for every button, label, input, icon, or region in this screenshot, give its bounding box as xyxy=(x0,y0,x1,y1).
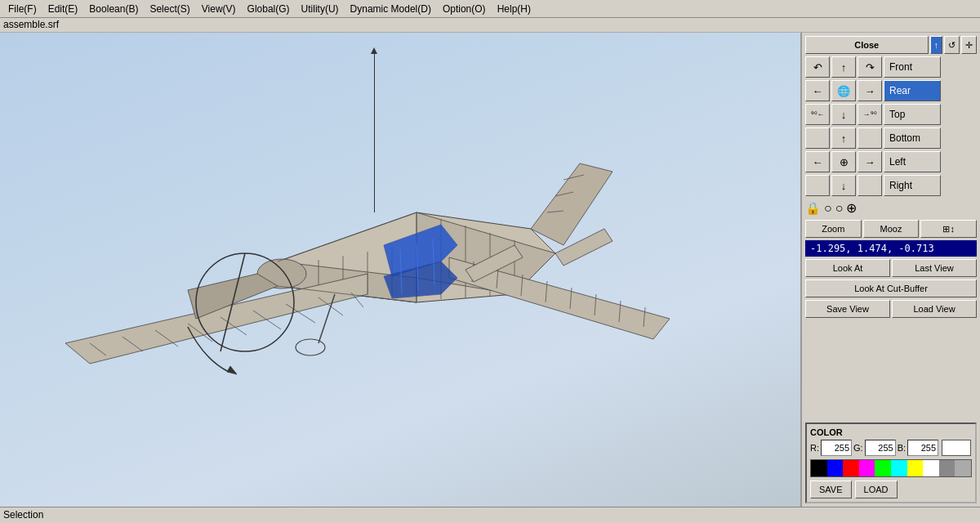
nav-90right-btn[interactable]: →⁹⁰ xyxy=(858,104,882,125)
viewport[interactable] xyxy=(0,33,800,507)
g-label: G: xyxy=(853,443,863,453)
swatch-lightgray[interactable] xyxy=(955,460,971,476)
coords-display: -1.295, 1.474, -0.713 xyxy=(805,240,977,257)
nav-row-3: ⁹⁰← ↓ →⁹⁰ Top xyxy=(805,104,977,125)
nav-down-btn[interactable]: ↓ xyxy=(831,104,856,125)
look-at-button[interactable]: Look At xyxy=(805,259,890,277)
menu-dynamic-model[interactable]: Dynamic Model(D) xyxy=(345,2,436,16)
menu-file[interactable]: File(F) xyxy=(3,2,42,16)
nav-90left-btn[interactable]: ⁹⁰← xyxy=(805,104,830,125)
rotate-button[interactable]: ↺ xyxy=(944,36,960,54)
menu-help[interactable]: Help(H) xyxy=(492,2,536,16)
up-button[interactable]: ↑ xyxy=(930,36,943,54)
swatch-red[interactable] xyxy=(843,460,859,476)
menu-bar: File(F) Edit(E) Boolean(B) Select(S) Vie… xyxy=(0,0,980,18)
rotate-ccw-btn[interactable]: ↶ xyxy=(805,56,830,78)
y-axis-arrow xyxy=(371,47,377,54)
nav-down2-btn[interactable]: ↓ xyxy=(831,175,856,196)
load-view-button[interactable]: Load View xyxy=(892,300,977,318)
swatch-yellow[interactable] xyxy=(907,460,924,476)
nav-empty2-btn[interactable] xyxy=(858,127,882,149)
look-lastview-row: Look At Last View xyxy=(805,259,977,277)
color-title: COLOR xyxy=(810,427,972,437)
circle2-icon: ○ xyxy=(835,201,844,216)
menu-option[interactable]: Option(O) xyxy=(438,2,491,16)
save-button[interactable]: SAVE xyxy=(810,481,852,498)
b-input[interactable] xyxy=(907,440,938,456)
menu-global[interactable]: Global(G) xyxy=(243,2,295,16)
right-panel: Close ↑ ↺ ✛ ↶ ↑ ↷ Front ← 🌐 → Rear ⁹⁰← ↓… xyxy=(800,33,980,507)
color-palette xyxy=(810,459,972,477)
g-input[interactable] xyxy=(865,440,896,456)
status-bar: Selection xyxy=(0,507,980,523)
nav-globe-btn[interactable]: 🌐 xyxy=(831,80,856,101)
airplane-model xyxy=(24,65,694,498)
title-bar: assemble.srf xyxy=(0,18,980,33)
nav-row-1: ↶ ↑ ↷ Front xyxy=(805,56,977,78)
circle-plus-icon: ⊕ xyxy=(846,200,857,216)
color-preview xyxy=(942,440,971,456)
svg-marker-34 xyxy=(227,366,237,374)
view-right-btn[interactable]: Right xyxy=(884,175,941,196)
b-label: B: xyxy=(898,443,906,453)
lock-row: 🔒 ○ ○ ⊕ xyxy=(805,199,977,217)
color-section: COLOR R: G: B: xyxy=(805,422,977,503)
status-text: Selection xyxy=(3,509,43,521)
last-view-button[interactable]: Last View xyxy=(892,259,977,277)
swatch-gray[interactable] xyxy=(939,460,956,476)
nav-left2-btn[interactable]: ← xyxy=(805,151,830,172)
view-rear-btn[interactable]: Rear xyxy=(884,80,941,101)
nav-up-btn[interactable]: ↑ xyxy=(831,56,856,78)
menu-utility[interactable]: Utility(U) xyxy=(296,2,344,16)
svg-point-36 xyxy=(296,339,325,355)
zoom-row: Zoom Mooz ⊞↕ xyxy=(805,220,977,238)
nav-right2-btn[interactable]: → xyxy=(858,151,882,172)
title-text: assemble.srf xyxy=(3,19,59,30)
r-input[interactable] xyxy=(821,440,852,456)
save-load-row: SAVE LOAD xyxy=(810,481,972,498)
swatch-black[interactable] xyxy=(811,460,827,476)
close-button[interactable]: Close xyxy=(805,36,929,54)
swatch-blue[interactable] xyxy=(827,460,844,476)
menu-boolean[interactable]: Boolean(B) xyxy=(84,2,143,16)
view-left-btn[interactable]: Left xyxy=(884,151,941,172)
mooz-button[interactable]: Mooz xyxy=(863,220,920,238)
view-front-btn[interactable]: Front xyxy=(884,56,941,78)
load-button[interactable]: LOAD xyxy=(855,481,898,498)
menu-edit[interactable]: Edit(E) xyxy=(43,2,83,16)
top-button-row: Close ↑ ↺ ✛ xyxy=(805,36,977,54)
nav-empty1-btn[interactable] xyxy=(805,127,830,149)
rotate-cw-btn[interactable]: ↷ xyxy=(858,56,882,78)
save-view-button[interactable]: Save View xyxy=(805,300,890,318)
view-top-btn[interactable]: Top xyxy=(884,104,941,125)
nav-row-2: ← 🌐 → Rear xyxy=(805,80,977,101)
nav-row-6: ↓ Right xyxy=(805,175,977,196)
swatch-white[interactable] xyxy=(923,460,939,476)
circle1-icon: ○ xyxy=(824,201,832,216)
nav-row-4: ↑ Bottom xyxy=(805,127,977,149)
save-load-view-row: Save View Load View xyxy=(805,300,977,318)
zoom-button[interactable]: Zoom xyxy=(805,220,862,238)
look-at-cut-buffer-button[interactable]: Look At Cut-Buffer xyxy=(805,279,977,297)
nav-row-5: ← ⊕ → Left xyxy=(805,151,977,172)
nav-crosshair-btn[interactable]: ⊕ xyxy=(831,151,856,172)
nav-empty4-btn[interactable] xyxy=(858,175,882,196)
nav-empty3-btn[interactable] xyxy=(805,175,830,196)
swatch-green[interactable] xyxy=(875,460,891,476)
r-label: R: xyxy=(810,443,819,453)
main-area: Close ↑ ↺ ✛ ↶ ↑ ↷ Front ← 🌐 → Rear ⁹⁰← ↓… xyxy=(0,33,980,507)
menu-view[interactable]: View(V) xyxy=(197,2,241,16)
menu-select[interactable]: Select(S) xyxy=(145,2,194,16)
lock-icon: 🔒 xyxy=(805,201,821,216)
swatch-cyan[interactable] xyxy=(891,460,907,476)
zoom-extra-button[interactable]: ⊞↕ xyxy=(920,220,977,238)
nav-right-btn[interactable]: → xyxy=(858,80,882,101)
swatch-magenta[interactable] xyxy=(859,460,875,476)
nav-left-btn[interactable]: ← xyxy=(805,80,830,101)
view-bottom-btn[interactable]: Bottom xyxy=(884,127,941,149)
move-button[interactable]: ✛ xyxy=(961,36,977,54)
nav-up2-btn[interactable]: ↑ xyxy=(831,127,856,149)
color-rgb-row: R: G: B: xyxy=(810,440,972,456)
